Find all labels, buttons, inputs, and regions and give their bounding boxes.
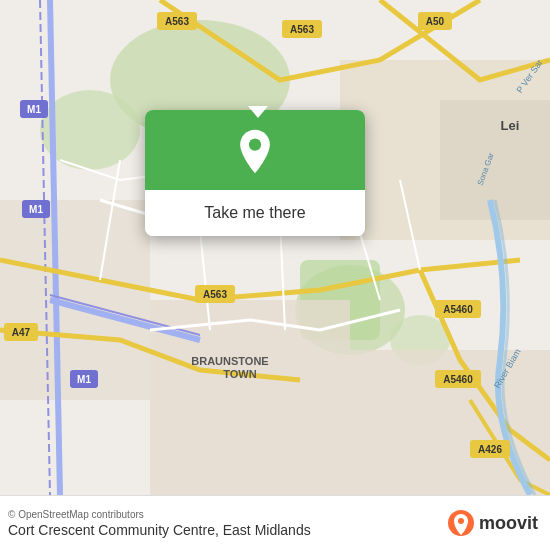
svg-text:TOWN: TOWN <box>223 368 256 380</box>
svg-text:A47: A47 <box>12 327 31 338</box>
popup-arrow <box>248 106 268 118</box>
svg-text:A563: A563 <box>165 16 189 27</box>
bottom-bar: © OpenStreetMap contributors Cort Cresce… <box>0 495 550 550</box>
moovit-logo: moovit <box>447 509 538 537</box>
svg-point-39 <box>249 138 261 150</box>
location-popup: Take me there <box>145 110 365 236</box>
copyright-text: © OpenStreetMap contributors <box>8 509 311 520</box>
svg-text:A563: A563 <box>203 289 227 300</box>
svg-text:A5460: A5460 <box>443 374 473 385</box>
location-name: Cort Crescent Community Centre, East Mid… <box>8 522 311 538</box>
moovit-icon <box>447 509 475 537</box>
svg-text:A50: A50 <box>426 16 445 27</box>
svg-text:Lei: Lei <box>501 118 520 133</box>
svg-text:M1: M1 <box>77 374 91 385</box>
svg-text:BRAUNSTONE: BRAUNSTONE <box>191 355 268 367</box>
moovit-brand-text: moovit <box>479 513 538 534</box>
svg-text:M1: M1 <box>29 204 43 215</box>
popup-header <box>145 110 365 190</box>
svg-text:A426: A426 <box>478 444 502 455</box>
map-container[interactable]: A563 A563 A50 M1 M1 M1 A563 A47 A5460 A5… <box>0 0 550 495</box>
bottom-left-info: © OpenStreetMap contributors Cort Cresce… <box>8 509 311 538</box>
svg-text:M1: M1 <box>27 104 41 115</box>
svg-point-41 <box>458 518 464 524</box>
map-background: A563 A563 A50 M1 M1 M1 A563 A47 A5460 A5… <box>0 0 550 495</box>
svg-text:A563: A563 <box>290 24 314 35</box>
svg-text:A5460: A5460 <box>443 304 473 315</box>
take-me-there-button[interactable]: Take me there <box>145 190 365 236</box>
location-pin-icon <box>231 128 279 176</box>
